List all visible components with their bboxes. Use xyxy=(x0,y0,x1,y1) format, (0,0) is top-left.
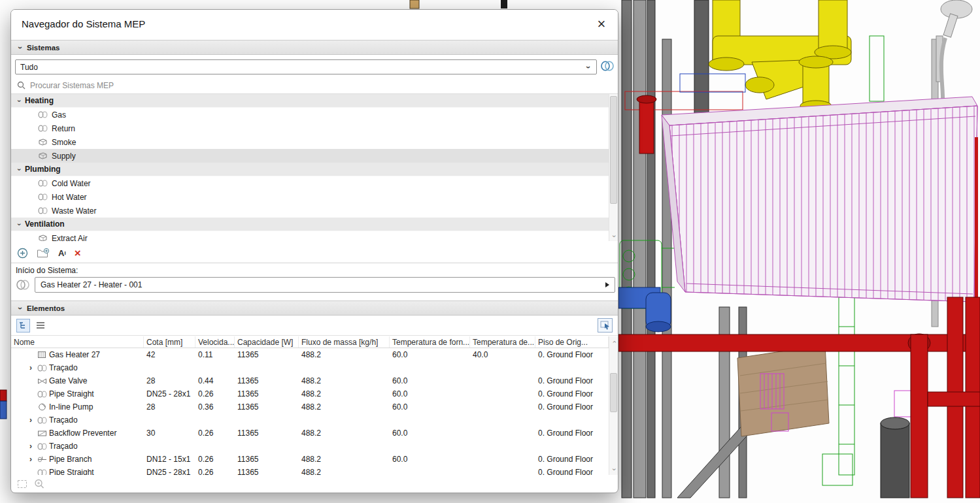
expand-icon[interactable]: › xyxy=(27,415,35,425)
column-header-capacidade-w[interactable]: Capacidade [W] xyxy=(235,336,299,348)
zoom-to-selection-icon[interactable] xyxy=(34,479,44,489)
add-system-button[interactable] xyxy=(17,247,28,260)
tree-item-hot-water[interactable]: Hot Water xyxy=(11,190,609,204)
table-row-pipe-straight[interactable]: Pipe StraightDN25 - 28x10.2611365488.20.… xyxy=(11,466,609,475)
table-row-in-line-pump[interactable]: In-line Pump280.3611365488.260.00. Groun… xyxy=(11,400,609,414)
elementos-section-header[interactable]: › Elementos xyxy=(11,300,618,316)
tree-scrollbar[interactable]: › xyxy=(609,94,618,241)
name-cell: ›Traçado xyxy=(11,442,144,451)
red-strip[interactable] xyxy=(975,137,978,300)
next-arrow-icon[interactable] xyxy=(605,282,609,287)
value-cell: 488.2 xyxy=(299,402,390,412)
select-in-model-button[interactable] xyxy=(598,318,613,333)
tree-item-label: Extract Air xyxy=(52,234,88,242)
table-row-tra-ado[interactable]: ›Traçado xyxy=(11,414,609,427)
value-cell: 0. Ground Floor xyxy=(535,429,609,438)
row-label: Backflow Preventer xyxy=(49,429,116,438)
table-scrollbar[interactable]: › › xyxy=(609,336,618,475)
tree-group-plumbing[interactable]: ›Plumbing xyxy=(11,163,609,176)
expand-icon[interactable]: › xyxy=(27,363,35,372)
tree-group-label: Ventilation xyxy=(25,219,65,229)
name-cell: In-line Pump xyxy=(11,402,144,412)
value-cell: 0.36 xyxy=(195,402,235,412)
scrollbar-thumb[interactable] xyxy=(610,373,617,412)
table-row-gate-valve[interactable]: Gate Valve280.4411365488.260.00. Ground … xyxy=(11,374,609,387)
tree-item-extract-air[interactable]: Extract Air xyxy=(11,231,609,241)
value-cell: DN12 - 15x1 xyxy=(144,455,195,464)
value-cell: 60.0 xyxy=(390,455,470,464)
new-folder-button[interactable] xyxy=(37,247,50,260)
table-row-tra-ado[interactable]: ›Traçado xyxy=(11,440,609,453)
row-label: Traçado xyxy=(49,363,78,372)
value-cell: DN25 - 28x1 xyxy=(144,468,195,475)
value-cell: 0. Ground Floor xyxy=(535,455,609,464)
red-valve[interactable] xyxy=(637,95,656,154)
list-view-toggle[interactable] xyxy=(33,319,47,333)
name-cell: ›Pipe Branch xyxy=(11,455,144,464)
mep-system-link-icon[interactable] xyxy=(600,60,615,73)
column-header-cota-mm[interactable]: Cota [mm] xyxy=(144,336,195,348)
value-cell: 0. Ground Floor xyxy=(535,350,609,359)
delete-button[interactable]: × xyxy=(75,247,81,260)
expand-icon[interactable]: › xyxy=(27,455,35,464)
scroll-down-icon[interactable]: › xyxy=(611,466,618,474)
elements-table-body: Gas Heater 27420.1111365488.260.040.00. … xyxy=(11,348,609,475)
scrollbar-thumb[interactable] xyxy=(610,96,617,204)
tree-item-return[interactable]: Return xyxy=(11,122,609,135)
row-label: Pipe Straight xyxy=(49,468,94,475)
expand-icon[interactable]: › xyxy=(27,442,35,451)
column-header-fluxo-de-massa-kg-h[interactable]: Fluxo de massa [kg/h] xyxy=(299,336,390,348)
tree-group-heating[interactable]: ›Heating xyxy=(11,94,609,108)
table-row-backflow-preventer[interactable]: Backflow Preventer300.2611365488.260.00.… xyxy=(11,427,609,440)
value-cell: 11365 xyxy=(235,402,299,412)
plus-circle-icon xyxy=(17,248,28,259)
table-row-pipe-straight[interactable]: Pipe StraightDN25 - 28x10.2611365488.260… xyxy=(11,387,609,400)
radiator[interactable] xyxy=(662,97,977,302)
column-header-temperatura-de[interactable]: Temperatura de... xyxy=(470,336,535,348)
tree-item-gas[interactable]: Gas xyxy=(11,108,609,122)
pipe-icon xyxy=(37,111,48,118)
column-header-piso-de-orig[interactable]: Piso de Orig... xyxy=(535,336,609,348)
systems-toolbar: AI × xyxy=(11,244,618,263)
tree-view-toggle[interactable] xyxy=(16,319,30,333)
row-label: Pipe Branch xyxy=(49,455,92,464)
value-cell: 11365 xyxy=(235,455,299,464)
wood-panel[interactable] xyxy=(737,345,829,436)
tree-item-smoke[interactable]: Smoke xyxy=(11,135,609,149)
rename-button[interactable]: AI xyxy=(58,247,66,260)
value-cell: 11365 xyxy=(235,429,299,438)
tree-item-supply[interactable]: Supply xyxy=(11,149,609,163)
dialog-titlebar: Navegador do Sistema MEP × xyxy=(11,10,618,40)
system-filter-dropdown[interactable]: Tudo › xyxy=(15,59,597,74)
table-row-pipe-branch[interactable]: ›Pipe BranchDN12 - 15x10.2611365488.260.… xyxy=(11,453,609,466)
tree-item-cold-water[interactable]: Cold Water xyxy=(11,176,609,190)
column-header-velocida[interactable]: Velocida... xyxy=(195,336,235,348)
value-cell: 0.26 xyxy=(195,389,235,398)
row-label: In-line Pump xyxy=(49,402,93,412)
branch-icon xyxy=(37,456,47,463)
duct-icon xyxy=(37,235,48,241)
table-row-gas-heater-27[interactable]: Gas Heater 27420.1111365488.260.040.00. … xyxy=(11,348,609,361)
value-cell: 11365 xyxy=(235,376,299,385)
value-cell: 0. Ground Floor xyxy=(535,402,609,412)
left-edge-pipes[interactable] xyxy=(0,390,7,419)
column-header-nome[interactable]: Nome xyxy=(11,336,144,348)
name-cell: Pipe Straight xyxy=(11,468,144,475)
large-dark-pipe[interactable] xyxy=(881,417,909,498)
sistemas-section-header[interactable]: › Sistemas xyxy=(11,40,618,55)
valve-icon xyxy=(37,378,47,385)
column-header-temperatura-de-forn[interactable]: Temperatura de forn... xyxy=(390,336,470,348)
close-icon[interactable]: × xyxy=(593,15,610,33)
scroll-down-icon[interactable]: › xyxy=(611,233,618,240)
pipe-icon xyxy=(37,365,47,372)
tree-item-waste-water[interactable]: Waste Water xyxy=(11,204,609,218)
marquee-icon[interactable] xyxy=(17,479,27,489)
system-start-selector[interactable]: Gas Heater 27 - Heater - 001 xyxy=(35,277,615,293)
table-row-tra-ado[interactable]: ›Traçado xyxy=(11,361,609,374)
pipe-icon xyxy=(37,391,47,398)
search-input[interactable]: Procurar Sistemas MEP xyxy=(11,77,618,94)
tree-group-label: Heating xyxy=(25,96,54,105)
scroll-up-icon[interactable]: › xyxy=(611,338,618,346)
tree-group-ventilation[interactable]: ›Ventilation xyxy=(11,218,609,231)
chevron-down-icon: › xyxy=(16,98,23,104)
